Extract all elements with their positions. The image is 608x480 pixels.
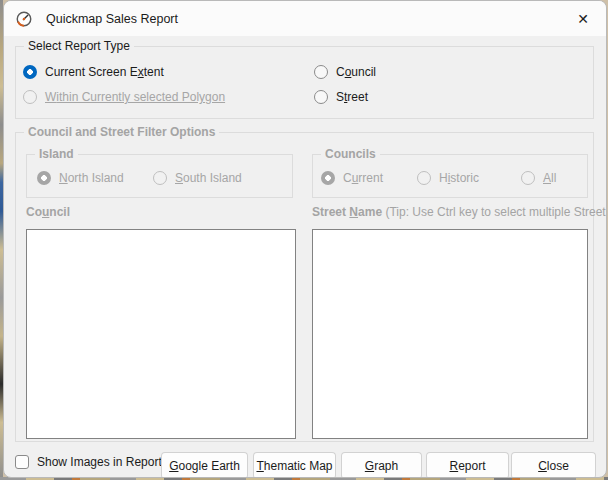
council-list-label-text: Council xyxy=(26,205,70,219)
radio-north-island: North Island xyxy=(37,170,124,186)
radio-unselected-icon xyxy=(23,90,37,104)
radio-councils-all: All xyxy=(521,170,556,186)
street-name-list-label-text: Street Name xyxy=(312,205,382,219)
filter-options-group: Council and Street Filter Options Island… xyxy=(15,132,594,442)
street-name-list-label: Street Name (Tip: Use Ctrl key to select… xyxy=(312,205,607,219)
close-icon: ✕ xyxy=(577,11,589,27)
graph-button-label: Graph xyxy=(365,459,398,473)
close-action-button-label: Close xyxy=(538,459,569,473)
report-button-label: Report xyxy=(449,459,485,473)
radio-label: Current Screen Extent xyxy=(45,65,164,79)
council-listbox xyxy=(26,229,296,439)
island-group: Island North Island South Island xyxy=(26,154,293,198)
quickmap-sales-report-dialog: Quickmap Sales Report ✕ Select Report Ty… xyxy=(3,0,607,478)
thematic-map-button[interactable]: Thematic Map xyxy=(253,452,336,478)
radio-label: Within Currently selected Polygon xyxy=(45,90,225,104)
radio-label: Historic xyxy=(439,171,479,185)
report-button[interactable]: Report xyxy=(426,452,509,478)
radio-label: North Island xyxy=(59,171,124,185)
radio-councils-current: Current xyxy=(321,170,383,186)
google-earth-button[interactable]: Google Earth xyxy=(161,452,248,478)
checkbox-unchecked-icon[interactable] xyxy=(15,455,29,469)
radio-street[interactable]: Street xyxy=(314,89,368,105)
radio-label: All xyxy=(543,171,556,185)
councils-group-label: Councils xyxy=(321,146,380,162)
thematic-map-button-label: Thematic Map xyxy=(256,459,332,473)
radio-unselected-icon xyxy=(417,171,431,185)
radio-unselected-icon xyxy=(314,90,328,104)
close-button[interactable]: ✕ xyxy=(560,1,606,36)
radio-selected-icon xyxy=(37,171,51,185)
radio-label: Council xyxy=(336,65,376,79)
radio-unselected-icon xyxy=(521,171,535,185)
google-earth-button-label: Google Earth xyxy=(169,459,240,473)
radio-unselected-icon xyxy=(153,171,167,185)
show-images-checkbox-label: Show Images in Reports xyxy=(37,455,168,469)
radio-unselected-icon xyxy=(314,65,328,79)
radio-selected-icon xyxy=(23,65,37,79)
report-type-group-label: Select Report Type xyxy=(24,38,134,54)
close-action-button[interactable]: Close xyxy=(511,452,596,478)
radio-within-selected-polygon: Within Currently selected Polygon xyxy=(23,89,225,105)
graph-button[interactable]: Graph xyxy=(341,452,422,478)
quickmap-logo-icon xyxy=(15,10,33,28)
title-bar: Quickmap Sales Report ✕ xyxy=(4,1,606,36)
island-group-label: Island xyxy=(35,146,78,162)
radio-south-island: South Island xyxy=(153,170,242,186)
radio-councils-historic: Historic xyxy=(417,170,479,186)
show-images-checkbox-row[interactable]: Show Images in Reports xyxy=(15,455,168,469)
radio-council[interactable]: Council xyxy=(314,64,376,80)
councils-group: Councils Current Historic All xyxy=(312,154,588,198)
council-list-label: Council xyxy=(26,205,70,219)
radio-label: South Island xyxy=(175,171,242,185)
window-title: Quickmap Sales Report xyxy=(46,12,178,26)
street-name-tip: (Tip: Use Ctrl key to select multiple St… xyxy=(385,205,607,219)
report-type-group: Select Report Type Current Screen Extent… xyxy=(15,46,594,119)
street-name-listbox xyxy=(312,229,588,439)
radio-current-screen-extent[interactable]: Current Screen Extent xyxy=(23,64,164,80)
radio-label: Street xyxy=(336,90,368,104)
radio-selected-icon xyxy=(321,171,335,185)
radio-label: Current xyxy=(343,171,383,185)
filter-options-group-label: Council and Street Filter Options xyxy=(24,124,219,140)
